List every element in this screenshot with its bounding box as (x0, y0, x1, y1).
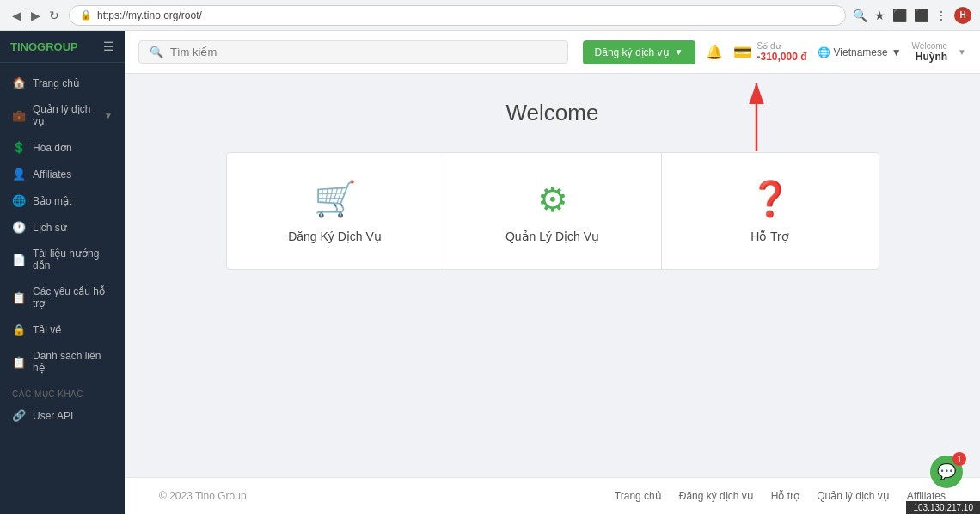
wallet-icon: 💳 (733, 43, 752, 62)
sidebar-item-yeucauhotro[interactable]: 📋 Các yêu cầu hỗ trợ (0, 278, 125, 316)
footer-link-trangchu[interactable]: Trang chủ (615, 490, 662, 502)
sidebar-item-hoadon[interactable]: 💲 Hóa đơn (0, 134, 125, 161)
back-button[interactable]: ◀ (9, 8, 24, 23)
balance-info: Số dư -310,000 đ (757, 41, 807, 63)
footer-links: Trang chủ Đăng ký dịch vụ Hỗ trợ Quản lý… (615, 490, 946, 502)
history-icon: 🕐 (12, 221, 26, 234)
chat-icon: 💬 (937, 462, 956, 481)
language-label: Vietnamese (834, 46, 888, 58)
card-support[interactable]: ❓ Hỗ Trợ (662, 153, 879, 269)
sidebar-item-label: Tài liệu hướng dẫn (33, 248, 113, 272)
contacts-icon: 📋 (12, 356, 26, 369)
api-icon: 🔗 (12, 409, 26, 422)
chevron-down-icon: ▼ (104, 111, 113, 120)
copyright-text: © 2023 Tino Group (159, 490, 247, 502)
header-right: Đăng ký dịch vụ ▼ 🔔 💳 Số dư -310,000 đ 🌐… (583, 40, 966, 64)
download-icon: 🔒 (12, 323, 26, 336)
search-bar[interactable]: 🔍 (138, 40, 568, 64)
chat-badge: 1 (952, 452, 966, 466)
balance-amount: -310,000 đ (757, 51, 807, 63)
balance-box[interactable]: 💳 Số dư -310,000 đ (733, 41, 807, 63)
footer-link-dangky[interactable]: Đăng ký dịch vụ (679, 490, 754, 502)
browser-nav-buttons: ◀ ▶ ↻ (9, 8, 62, 23)
cart-icon: 🛒 (314, 179, 357, 219)
services-icon: 💼 (12, 109, 26, 122)
docs-icon: 📄 (12, 254, 26, 266)
footer: © 2023 Tino Group Trang chủ Đăng ký dịch… (125, 477, 980, 514)
sidebar-item-label: Tải về (33, 324, 113, 336)
sidebar-item-label: Bảo mật (33, 195, 113, 207)
card-label: Quản Lý Dịch Vụ (505, 229, 599, 243)
sidebar-item-quanlydichvu[interactable]: 💼 Quản lý dịch vụ ▼ (0, 96, 125, 134)
language-selector[interactable]: 🌐 Vietnamese ▼ (818, 46, 902, 58)
sidebar: TINOGROUP ☰ 🏠 Trang chủ 💼 Quản lý dịch v… (0, 31, 125, 514)
user-chevron-icon: ▼ (958, 47, 966, 57)
sidebar-item-label: User API (33, 410, 113, 422)
content-area: Welcome 🛒 Đăng Ký Dịch Vụ ⚙ Quản Lý Dịch… (125, 74, 980, 477)
sidebar-item-label: Các yêu cầu hỗ trợ (33, 285, 113, 309)
support-icon: 📋 (12, 291, 26, 304)
menu-icon[interactable]: ⋮ (935, 9, 947, 22)
top-header: 🔍 Đăng ký dịch vụ ▼ 🔔 💳 Số dư -310,000 đ (125, 31, 980, 74)
forward-button[interactable]: ▶ (28, 8, 43, 23)
logo-tino: TINO (10, 40, 37, 53)
sidebar-item-affiliates[interactable]: 👤 Affiliates (0, 161, 125, 187)
hamburger-icon[interactable]: ☰ (103, 40, 114, 53)
logo-group: GROUP (37, 40, 78, 53)
card-register-service[interactable]: 🛒 Đăng Ký Dịch Vụ (227, 153, 444, 269)
sidebar-item-label: Quản lý dịch vụ (33, 103, 97, 127)
sidebar-item-label: Trang chủ (33, 77, 113, 89)
bookmark-icon[interactable]: ★ (874, 9, 885, 22)
search-input[interactable] (170, 46, 557, 58)
browser-toolbar: 🔍 ★ ⬛ ⬛ ⋮ H (853, 7, 971, 24)
balance-label: Số dư (757, 41, 807, 51)
sidebar-item-userapi[interactable]: 🔗 User API (0, 402, 125, 429)
chat-widget[interactable]: 💬 1 (930, 456, 963, 488)
card-label: Hỗ Trợ (750, 229, 788, 243)
sidebar-header: TINOGROUP ☰ (0, 31, 125, 63)
chevron-down-icon: ▼ (891, 46, 902, 58)
sidebar-item-baomatitem[interactable]: 🌐 Bảo mật (0, 187, 125, 214)
extensions-icon[interactable]: ⬛ (892, 9, 907, 22)
user-welcome-label: Welcome (912, 41, 948, 51)
ip-badge: 103.130.217.10 (906, 501, 980, 514)
red-arrow-annotation (705, 74, 808, 160)
notification-icon[interactable]: 🔔 (706, 44, 723, 60)
footer-link-affiliates[interactable]: Affiliates (907, 490, 946, 502)
address-bar[interactable]: 🔒 https://my.tino.org/root/ (69, 5, 846, 26)
globe-icon: 🌐 (818, 46, 830, 58)
reload-button[interactable]: ↻ (46, 8, 62, 23)
sidebar-item-lichsu[interactable]: 🕐 Lịch sử (0, 214, 125, 241)
lock-icon: 🔒 (80, 9, 92, 21)
search-icon: 🔍 (150, 46, 163, 58)
card-manage-service[interactable]: ⚙ Quản Lý Dịch Vụ (444, 153, 662, 269)
invoice-icon: 💲 (12, 141, 26, 154)
sidebar-item-danhsachlienhe[interactable]: 📋 Danh sách liên hệ (0, 343, 125, 381)
profile-icon[interactable]: ⬛ (914, 9, 928, 22)
settings-icon: ⚙ (537, 180, 568, 219)
affiliates-icon: 👤 (12, 168, 26, 181)
main-content: Welcome 🛒 Đăng Ký Dịch Vụ ⚙ Quản Lý Dịch… (125, 74, 980, 514)
sidebar-item-taive[interactable]: 🔒 Tải về (0, 316, 125, 343)
browser-avatar[interactable]: H (954, 7, 971, 24)
sidebar-item-label: Hóa đơn (33, 142, 113, 154)
sidebar-logo: TINOGROUP (10, 40, 78, 53)
sidebar-item-label: Affiliates (33, 168, 113, 181)
help-icon: ❓ (749, 179, 792, 219)
footer-link-quanly[interactable]: Quản lý dịch vụ (817, 490, 890, 502)
sidebar-item-trangchu[interactable]: 🏠 Trang chủ (0, 70, 125, 96)
sidebar-nav: 🏠 Trang chủ 💼 Quản lý dịch vụ ▼ 💲 Hóa đơ… (0, 63, 125, 514)
card-label: Đăng Ký Dịch Vụ (288, 229, 382, 243)
sidebar-item-taiLieu[interactable]: 📄 Tài liệu hướng dẫn (0, 241, 125, 278)
dropdown-arrow-icon: ▼ (675, 47, 683, 57)
app-layout: TINOGROUP ☰ 🏠 Trang chủ 💼 Quản lý dịch v… (0, 31, 980, 514)
register-service-button[interactable]: Đăng ký dịch vụ ▼ (583, 40, 695, 64)
sidebar-item-label: Danh sách liên hệ (33, 350, 113, 374)
footer-link-hotro[interactable]: Hỗ trợ (771, 490, 799, 502)
browser-chrome: ◀ ▶ ↻ 🔒 https://my.tino.org/root/ 🔍 ★ ⬛ … (0, 0, 980, 31)
user-profile[interactable]: Welcome Huỳnh (912, 41, 948, 63)
url-text: https://my.tino.org/root/ (97, 9, 202, 21)
search-icon[interactable]: 🔍 (853, 9, 867, 22)
cards-row: 🛒 Đăng Ký Dịch Vụ ⚙ Quản Lý Dịch Vụ ❓ Hỗ… (226, 152, 879, 270)
sidebar-item-label: Lịch sử (33, 222, 113, 234)
